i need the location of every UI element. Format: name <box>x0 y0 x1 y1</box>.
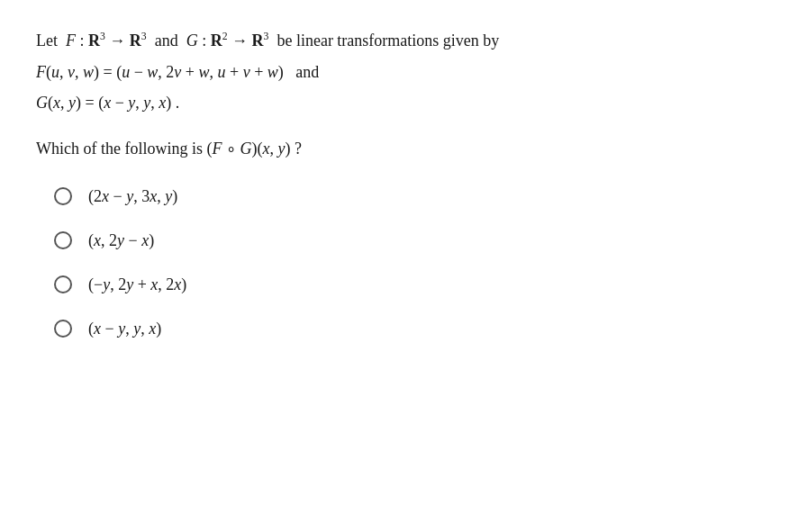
option-B[interactable]: (x, 2y − x) <box>54 231 762 250</box>
option-D-label: (x − y, y, x) <box>88 320 161 338</box>
option-C-label: (−y, 2y + x, 2x) <box>88 275 186 294</box>
intro-line-3: G(x, y) = (x − y, y, x) . <box>36 89 762 117</box>
and-connector: and <box>155 32 178 50</box>
radio-B[interactable] <box>54 231 72 249</box>
radio-D[interactable] <box>54 320 72 338</box>
option-A-label: (2x − y, 3x, y) <box>88 187 177 206</box>
intro-line-2: F(u, v, w) = (u − w, 2v + w, u + v + w) … <box>36 59 762 86</box>
intro-line-1: Let F : R3 → R3 and G : R2 → R3 be linea… <box>36 27 762 55</box>
options-list: (2x − y, 3x, y) (x, 2y − x) (−y, 2y + x,… <box>54 187 762 338</box>
option-C[interactable]: (−y, 2y + x, 2x) <box>54 275 762 294</box>
option-B-label: (x, 2y − x) <box>88 231 154 250</box>
intro-text: Let F : R3 → R3 and G : R2 → R3 be linea… <box>36 27 762 117</box>
problem-container: Let F : R3 → R3 and G : R2 → R3 be linea… <box>36 27 762 338</box>
option-D[interactable]: (x − y, y, x) <box>54 320 762 338</box>
option-A[interactable]: (2x − y, 3x, y) <box>54 187 762 206</box>
radio-C[interactable] <box>54 275 72 293</box>
question-text: Which of the following is (F ∘ G)(x, y) … <box>36 139 762 158</box>
radio-A[interactable] <box>54 187 72 205</box>
